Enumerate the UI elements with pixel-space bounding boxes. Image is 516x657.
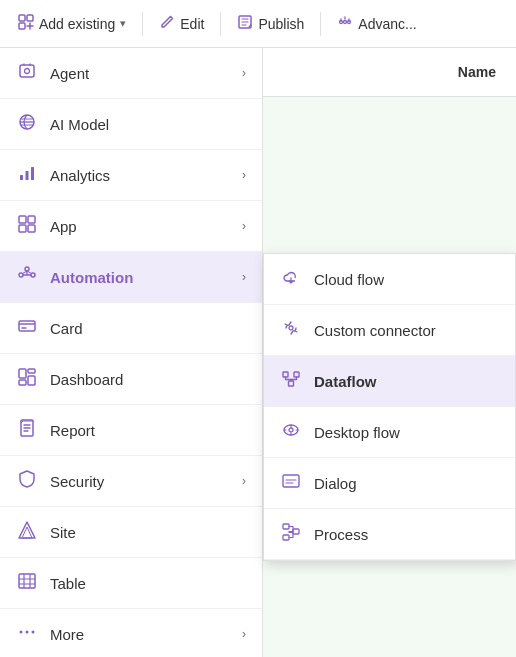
sidebar-item-agent-label: Agent <box>50 65 89 82</box>
sidebar: Agent › AI Model <box>0 48 263 657</box>
sidebar-item-report-label: Report <box>50 422 95 439</box>
security-chevron: › <box>242 474 246 488</box>
svg-rect-24 <box>19 380 26 385</box>
sidebar-item-analytics[interactable]: Analytics › <box>0 150 262 201</box>
process-icon <box>280 522 302 547</box>
sidebar-item-agent[interactable]: Agent › <box>0 48 262 99</box>
publish-icon <box>237 14 253 33</box>
toolbar: Add existing ▾ Edit Publish <box>0 0 516 48</box>
add-existing-button[interactable]: Add existing ▾ <box>8 8 136 39</box>
svg-rect-41 <box>283 535 289 540</box>
automation-icon <box>16 265 38 290</box>
sidebar-item-card[interactable]: Card <box>0 303 262 354</box>
toolbar-divider-1 <box>142 12 143 36</box>
sidebar-item-automation[interactable]: Automation › <box>0 252 262 303</box>
svg-rect-39 <box>283 524 289 529</box>
svg-rect-1 <box>27 15 33 21</box>
more-icon <box>16 622 38 647</box>
sidebar-item-dashboard[interactable]: Dashboard <box>0 354 262 405</box>
custom-connector-icon <box>280 318 302 343</box>
svg-rect-38 <box>283 475 299 487</box>
automation-chevron: › <box>242 270 246 284</box>
submenu-item-dataflow[interactable]: Dataflow <box>264 356 515 407</box>
main-area: Agent › AI Model <box>0 48 516 657</box>
sidebar-item-app-label: App <box>50 218 77 235</box>
svg-rect-16 <box>28 225 35 232</box>
svg-rect-13 <box>19 216 26 223</box>
svg-rect-28 <box>19 574 35 588</box>
sidebar-item-more[interactable]: More › <box>0 609 262 657</box>
add-existing-chevron: ▾ <box>120 17 126 30</box>
cloud-flow-icon <box>280 267 302 292</box>
ai-model-icon <box>16 112 38 137</box>
desktop-flow-icon <box>280 420 302 445</box>
dashboard-icon <box>16 367 38 392</box>
submenu-item-desktop-flow[interactable]: Desktop flow <box>264 407 515 458</box>
submenu-item-dialog[interactable]: Dialog <box>264 458 515 509</box>
svg-point-31 <box>32 630 35 633</box>
toolbar-divider-3 <box>320 12 321 36</box>
svg-rect-15 <box>19 225 26 232</box>
analytics-chevron: › <box>242 168 246 182</box>
svg-marker-26 <box>19 522 35 538</box>
add-existing-label: Add existing <box>39 16 115 32</box>
agent-icon <box>16 61 38 86</box>
edit-label: Edit <box>180 16 204 32</box>
svg-rect-23 <box>28 376 35 385</box>
sidebar-item-automation-label: Automation <box>50 269 133 286</box>
submenu-item-process-label: Process <box>314 526 368 543</box>
svg-rect-14 <box>28 216 35 223</box>
edit-button[interactable]: Edit <box>149 8 214 39</box>
table-icon <box>16 571 38 596</box>
app-icon <box>16 214 38 239</box>
security-icon <box>16 469 38 494</box>
svg-point-8 <box>25 68 30 73</box>
report-icon <box>16 418 38 443</box>
dialog-icon <box>280 471 302 496</box>
svg-rect-35 <box>289 381 294 386</box>
submenu-item-process[interactable]: Process <box>264 509 515 560</box>
sidebar-item-app[interactable]: App › <box>0 201 262 252</box>
svg-rect-10 <box>20 175 23 180</box>
svg-rect-21 <box>19 369 26 378</box>
sidebar-item-security[interactable]: Security › <box>0 456 262 507</box>
svg-point-5 <box>344 21 347 24</box>
sidebar-item-analytics-label: Analytics <box>50 167 110 184</box>
publish-button[interactable]: Publish <box>227 8 314 39</box>
toolbar-divider-2 <box>220 12 221 36</box>
publish-label: Publish <box>258 16 304 32</box>
sidebar-item-table-label: Table <box>50 575 86 592</box>
app-chevron: › <box>242 219 246 233</box>
advance-icon <box>337 14 353 33</box>
svg-point-29 <box>20 630 23 633</box>
svg-rect-11 <box>26 171 29 180</box>
svg-rect-22 <box>28 369 35 373</box>
more-chevron: › <box>242 627 246 641</box>
sidebar-item-ai-model-label: AI Model <box>50 116 109 133</box>
sidebar-item-table[interactable]: Table <box>0 558 262 609</box>
svg-rect-12 <box>31 167 34 180</box>
svg-rect-20 <box>19 321 35 331</box>
svg-rect-2 <box>19 23 25 29</box>
sidebar-item-more-label: More <box>50 626 84 643</box>
advance-button[interactable]: Advanc... <box>327 8 426 39</box>
submenu-item-dialog-label: Dialog <box>314 475 357 492</box>
sidebar-item-site-label: Site <box>50 524 76 541</box>
sidebar-item-site[interactable]: Site <box>0 507 262 558</box>
submenu-item-cloud-flow[interactable]: Cloud flow <box>264 254 515 305</box>
edit-icon <box>159 14 175 33</box>
submenu-item-custom-connector[interactable]: Custom connector <box>264 305 515 356</box>
column-name-header: Name <box>458 64 496 80</box>
svg-rect-40 <box>293 529 299 534</box>
sidebar-item-security-label: Security <box>50 473 104 490</box>
content-header: Name <box>263 48 516 97</box>
submenu-item-custom-connector-label: Custom connector <box>314 322 436 339</box>
card-icon <box>16 316 38 341</box>
site-icon <box>16 520 38 545</box>
advance-label: Advanc... <box>358 16 416 32</box>
submenu-item-cloud-flow-label: Cloud flow <box>314 271 384 288</box>
dataflow-icon <box>280 369 302 394</box>
sidebar-item-report[interactable]: Report <box>0 405 262 456</box>
sidebar-item-card-label: Card <box>50 320 83 337</box>
sidebar-item-ai-model[interactable]: AI Model <box>0 99 262 150</box>
